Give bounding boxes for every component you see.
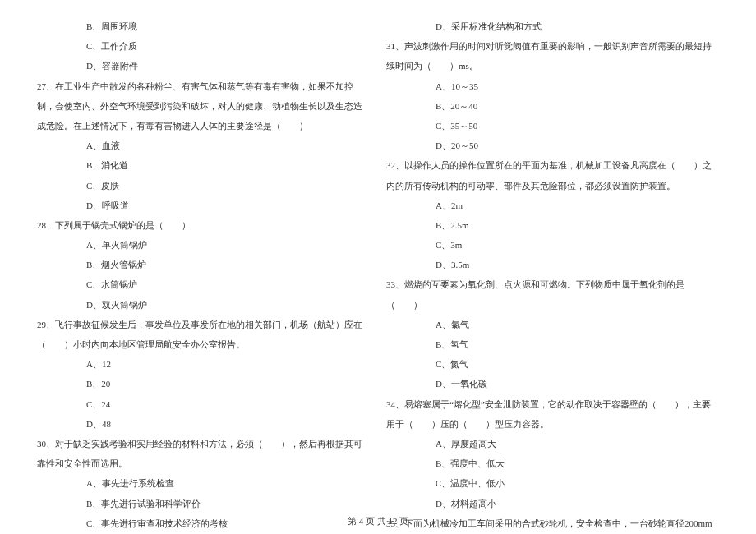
question-28: 28、下列属于锅壳式锅炉的是（ ） <box>37 215 370 235</box>
option: D、3.5m <box>386 255 719 274</box>
option: A、单火筒锅炉 <box>37 235 370 255</box>
question-30: 30、对于缺乏实践考验和实用经验的材料和方法，必须（ ），然后再根据其可靠性和安… <box>37 434 370 473</box>
option: D、容器附件 <box>37 56 370 76</box>
option: D、呼吸道 <box>37 196 370 215</box>
option: D、20～50 <box>386 136 719 155</box>
left-column: B、周围环境 C、工作介质 D、容器附件 27、在工业生产中散发的各种粉尘、有害… <box>29 16 378 485</box>
option: C、水筒锅炉 <box>37 274 370 294</box>
question-27: 27、在工业生产中散发的各种粉尘、有害气体和蒸气等有毒有害物，如果不加控制，会使… <box>37 76 370 136</box>
option: C、氮气 <box>386 354 719 374</box>
option: B、消化道 <box>37 155 370 175</box>
option: B、强度中、低大 <box>386 453 719 473</box>
right-column: D、采用标准化结构和方式 31、声波刺激作用的时间对听觉阈值有重要的影响，一般识… <box>378 16 727 485</box>
option: C、温度中、低小 <box>386 473 719 493</box>
page-footer: 第 4 页 共 12 页 <box>0 515 756 527</box>
option: A、事先进行系统检查 <box>37 473 370 493</box>
option: D、双火筒锅炉 <box>37 295 370 315</box>
option: A、血液 <box>37 136 370 155</box>
page-content: B、周围环境 C、工作介质 D、容器附件 27、在工业生产中散发的各种粉尘、有害… <box>0 0 756 509</box>
question-32: 32、以操作人员的操作位置所在的平面为基准，机械加工设备凡高度在（ ）之内的所有… <box>386 155 719 195</box>
option: A、氯气 <box>386 315 719 334</box>
question-29: 29、飞行事故征候发生后，事发单位及事发所在地的相关部门，机场（航站）应在（ ）… <box>37 315 370 354</box>
question-31: 31、声波刺激作用的时间对听觉阈值有重要的影响，一般识别声音所需要的最短持续时间… <box>386 36 719 76</box>
option: B、周围环境 <box>37 16 370 36</box>
option: A、厚度超高大 <box>386 434 719 453</box>
question-33: 33、燃烧的互要素为氧化剂、点火源和可燃物。下列物质中属于氧化剂的是（ ） <box>386 274 719 314</box>
option: B、事先进行试验和科学评价 <box>37 494 370 513</box>
option: C、35～50 <box>386 116 719 136</box>
question-34: 34、易熔塞属于“熔化型”安全泄防装置，它的动作取决于容器壁的（ ），主要用于（… <box>386 394 719 434</box>
option: D、一氧化碳 <box>386 374 719 394</box>
option: B、烟火管锅炉 <box>37 255 370 274</box>
option: C、3m <box>386 235 719 255</box>
option: B、氢气 <box>386 334 719 354</box>
option: B、20～40 <box>386 96 719 116</box>
option: B、2.5m <box>386 215 719 235</box>
option: A、2m <box>386 196 719 215</box>
option: D、采用标准化结构和方式 <box>386 16 719 36</box>
option: B、20 <box>37 374 370 394</box>
option: D、48 <box>37 414 370 434</box>
option: C、皮肤 <box>37 176 370 196</box>
option: C、24 <box>37 394 370 414</box>
option: D、材料超高小 <box>386 494 719 513</box>
option: C、工作介质 <box>37 36 370 56</box>
option: A、10～35 <box>386 76 719 96</box>
option: A、12 <box>37 354 370 374</box>
